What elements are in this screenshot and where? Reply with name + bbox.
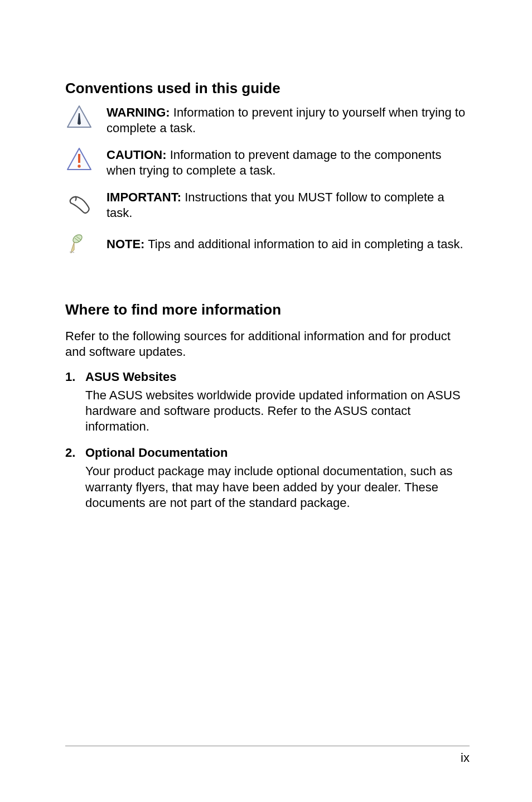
- section-where-to-find: Where to find more information Refer to …: [65, 301, 470, 511]
- list-number: 2.: [65, 446, 85, 510]
- caution-icon: [66, 147, 92, 173]
- numbered-item-2: 2. Optional Documentation Your product p…: [65, 446, 470, 510]
- important-label: IMPORTANT:: [107, 190, 181, 204]
- icon-col: [65, 105, 107, 131]
- section-intro-text: Refer to the following sources for addit…: [65, 328, 470, 360]
- document-page: Conventions used in this guide WARNING: …: [0, 0, 532, 802]
- section-heading-conventions: Conventions used in this guide: [65, 80, 470, 97]
- list-body: ASUS Websites The ASUS websites worldwid…: [85, 370, 470, 434]
- convention-text: NOTE: Tips and additional information to…: [107, 236, 470, 252]
- icon-col: [65, 193, 107, 218]
- convention-item-warning: WARNING: Information to prevent injury t…: [65, 105, 470, 136]
- convention-item-important: IMPORTANT: Instructions that you MUST fo…: [65, 190, 470, 221]
- list-item-title: ASUS Websites: [85, 370, 470, 384]
- icon-col: [65, 232, 107, 257]
- note-icon: [66, 232, 89, 257]
- svg-point-0: [78, 165, 80, 167]
- list-number: 1.: [65, 370, 85, 434]
- caution-label: CAUTION:: [107, 148, 167, 162]
- footer-divider: [65, 746, 470, 746]
- convention-item-caution: CAUTION: Information to prevent damage t…: [65, 147, 470, 178]
- svg-point-1: [71, 233, 84, 244]
- list-item-title: Optional Documentation: [85, 446, 470, 460]
- icon-col: [65, 147, 107, 173]
- convention-text: IMPORTANT: Instructions that you MUST fo…: [107, 190, 470, 221]
- section-heading-more-info: Where to find more information: [65, 301, 470, 318]
- list-item-description: Your product package may include optiona…: [85, 463, 470, 510]
- warning-icon: [66, 105, 92, 131]
- warning-label: WARNING:: [107, 105, 170, 119]
- convention-text: CAUTION: Information to prevent damage t…: [107, 147, 470, 178]
- page-number: ix: [461, 751, 470, 765]
- important-icon: [66, 193, 92, 218]
- note-description: Tips and additional information to aid i…: [144, 237, 463, 251]
- convention-text: WARNING: Information to prevent injury t…: [107, 105, 470, 136]
- list-item-description: The ASUS websites worldwide provide upda…: [85, 388, 470, 434]
- list-body: Optional Documentation Your product pack…: [85, 446, 470, 510]
- convention-item-note: NOTE: Tips and additional information to…: [65, 232, 470, 257]
- note-label: NOTE:: [107, 237, 144, 251]
- numbered-item-1: 1. ASUS Websites The ASUS websites world…: [65, 370, 470, 434]
